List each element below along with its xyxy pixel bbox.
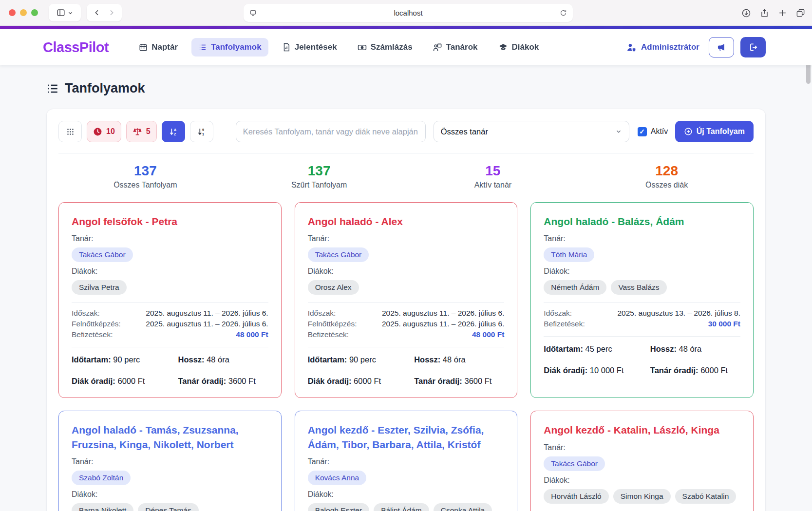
info-label: Időszak: <box>544 309 572 318</box>
teacher-filter-select[interactable]: Összes tanár <box>434 121 629 142</box>
logout-icon <box>748 42 758 52</box>
page-title: Tanfolyamok <box>65 81 145 96</box>
active-filter[interactable]: ✓ Aktív <box>638 127 668 136</box>
back-icon[interactable] <box>93 9 101 17</box>
svg-text:Z: Z <box>174 132 176 136</box>
history-nav <box>87 4 122 21</box>
brand-logo[interactable]: ClassPilot <box>43 39 109 56</box>
share-icon[interactable] <box>760 8 769 18</box>
course-card[interactable]: Angol kezdő - Katalin, László, Kinga Tan… <box>530 411 754 511</box>
teacher-pill: Takács Gábor <box>72 247 133 262</box>
nav-item-naptar[interactable]: Naptár <box>132 38 185 57</box>
nav-label: Tanfolyamok <box>211 42 262 52</box>
zoom-window-button[interactable] <box>31 9 38 16</box>
info-label: Időszak: <box>308 309 336 318</box>
course-title: Angol haladó - Alex <box>308 214 505 228</box>
active-checkbox-label: Aktív <box>651 127 668 136</box>
svg-text:9: 9 <box>202 128 204 132</box>
nav-item-szamlazas[interactable]: Számlázás <box>351 38 419 57</box>
course-card[interactable]: Angol haladó - Tamás, Zsuzsanna, Fruzsin… <box>58 411 282 511</box>
teacher-filter-value: Összes tanár <box>441 127 488 136</box>
active-checkbox[interactable]: ✓ <box>638 127 647 136</box>
minimize-window-button[interactable] <box>20 9 27 16</box>
course-title: Angol kezdő - Eszter, Szilvia, Zsófia, Á… <box>308 423 505 452</box>
megaphone-icon <box>717 42 726 52</box>
student-pill: Orosz Alex <box>308 280 359 295</box>
sort-numeric-button[interactable]: 91 <box>190 121 213 142</box>
course-card[interactable]: Angol haladó - Alex Tanár: Takács Gábor … <box>295 202 518 398</box>
nav-item-jelentesek[interactable]: Jelentések <box>275 38 344 57</box>
stat-label: Aktív tanár <box>406 181 580 189</box>
user-name: Adminisztrátor <box>641 42 699 52</box>
logout-button[interactable] <box>740 37 766 57</box>
page-settings-icon[interactable] <box>249 9 257 17</box>
new-tab-icon[interactable] <box>778 8 787 18</box>
announcements-button[interactable] <box>709 37 734 57</box>
new-course-button[interactable]: Új Tanfolyam <box>675 121 754 142</box>
info-label: Befizetések: <box>308 330 349 339</box>
info-label: Befizetések: <box>544 320 585 328</box>
meta-item: Időtartam: 90 perc <box>308 355 415 364</box>
stat-label: Összes diák <box>580 181 754 189</box>
teacher-pill: Takács Gábor <box>544 456 605 471</box>
sort-alpha-button[interactable]: AZ <box>162 121 185 142</box>
search-input[interactable] <box>236 121 426 142</box>
stat-value: 137 <box>58 163 232 179</box>
list-icon <box>198 43 207 52</box>
pending-time-filter-button[interactable]: 10 <box>87 121 121 142</box>
teacher-label: Tanár: <box>544 234 740 243</box>
sidebar-toggle-button[interactable] <box>49 4 81 21</box>
stat-value: 128 <box>580 163 754 179</box>
teacher-label: Tanár: <box>72 234 268 243</box>
nav-label: Jelentések <box>295 42 337 52</box>
info-value: 2025. augusztus 13. – 2026. július 8. <box>617 309 740 318</box>
forward-icon[interactable] <box>108 9 115 17</box>
student-pill: Bálint Ádám <box>374 503 429 511</box>
close-window-button[interactable] <box>9 9 16 16</box>
app-header: ClassPilot Naptár Tanfolyamok Jelentések… <box>0 29 812 65</box>
clock-icon <box>93 127 102 136</box>
downloads-icon[interactable] <box>741 8 751 18</box>
reload-icon[interactable] <box>560 9 567 17</box>
meta-item: Időtartam: 45 perc <box>544 344 650 354</box>
meta-item: Hossz: 48 óra <box>650 344 740 354</box>
info-label: Felnőttképzés: <box>72 320 121 328</box>
sort-numeric-down-icon: 91 <box>197 127 206 136</box>
course-card[interactable]: Angol kezdő - Eszter, Szilvia, Zsófia, Á… <box>295 411 518 511</box>
course-title: Angol haladó - Balázs, Ádám <box>544 214 740 228</box>
course-card[interactable]: Angol felsőfok - Petra Tanár: Takács Gáb… <box>58 202 282 398</box>
info-label: Befizetések: <box>72 330 113 339</box>
graduation-cap-icon <box>498 42 508 52</box>
courses-panel: 10 5 AZ 91 Összes tanár <box>46 109 766 511</box>
window-controls <box>9 9 38 16</box>
student-pill: Németh Ádám <box>544 280 606 295</box>
student-pill: Csonka Attila <box>434 503 492 511</box>
teacher-icon <box>433 43 442 52</box>
meta-item: Időtartam: 90 perc <box>72 355 178 364</box>
stat-label: Összes Tanfolyam <box>58 181 232 189</box>
nav-label: Diákok <box>512 42 539 52</box>
info-value: 2025. augusztus 11. – 2026. július 6. <box>382 309 504 318</box>
balance-filter-button[interactable]: 5 <box>126 121 157 142</box>
course-card[interactable]: Angol haladó - Balázs, Ádám Tanár: Tóth … <box>530 202 754 398</box>
student-pill: Horváth László <box>544 489 608 504</box>
payments-value: 48 000 Ft <box>236 330 268 339</box>
student-pill: Dénes Tamás <box>138 503 198 511</box>
address-bar[interactable]: localhost <box>244 4 573 22</box>
info-value: 2025. augusztus 11. – 2026. július 6. <box>146 320 268 328</box>
student-pill: Simon Kinga <box>613 489 671 504</box>
current-user: Adminisztrátor <box>626 42 699 53</box>
teacher-pill: Takács Gábor <box>308 247 369 262</box>
nav-item-tanarok[interactable]: Tanárok <box>426 38 485 57</box>
course-title: Angol kezdő - Katalin, László, Kinga <box>544 423 740 437</box>
nav-item-tanfolyamok[interactable]: Tanfolyamok <box>191 38 268 57</box>
grid-dots-icon <box>66 128 75 136</box>
grid-view-button[interactable] <box>58 121 82 142</box>
student-pill: Szabó Katalin <box>675 489 736 504</box>
meta-item: Diák óradíj: 6000 Ft <box>308 377 415 386</box>
teacher-pill: Tóth Mária <box>544 247 594 262</box>
divider <box>72 303 268 303</box>
course-card-grid: Angol felsőfok - Petra Tanár: Takács Gáb… <box>58 202 754 511</box>
tab-overview-icon[interactable] <box>796 8 805 18</box>
nav-item-diakok[interactable]: Diákok <box>491 38 546 57</box>
